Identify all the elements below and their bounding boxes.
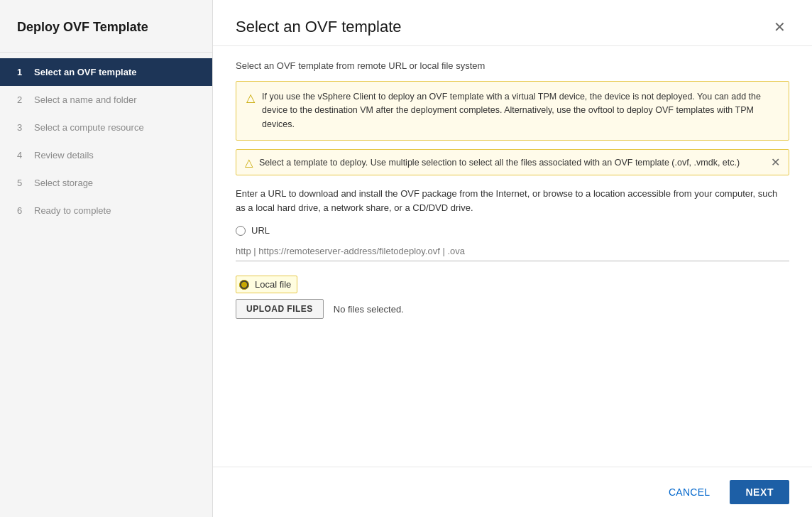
step-num: 5 bbox=[17, 178, 28, 188]
step-num: 1 bbox=[17, 67, 28, 77]
upload-files-button[interactable]: UPLOAD FILES bbox=[236, 299, 324, 319]
main-title: Select an OVF template bbox=[236, 18, 402, 36]
step-num: 2 bbox=[17, 94, 28, 105]
main-header: Select an OVF template ✕ bbox=[213, 0, 812, 46]
info-banner-text: Select a template to deploy. Use multipl… bbox=[259, 158, 765, 168]
cancel-button[interactable]: CANCEL bbox=[657, 481, 721, 504]
warning-icon: △ bbox=[246, 91, 255, 104]
url-radio-row: URL bbox=[236, 225, 789, 236]
sidebar-step-4[interactable]: 4Review details bbox=[0, 141, 212, 169]
deploy-ovf-dialog: Deploy OVF Template 1Select an OVF templ… bbox=[0, 0, 812, 517]
sidebar-step-1: 1Select an OVF template bbox=[0, 58, 212, 86]
main-footer: CANCEL NEXT bbox=[213, 467, 812, 517]
close-button[interactable]: ✕ bbox=[769, 17, 789, 37]
sidebar-title: Deploy OVF Template bbox=[0, 0, 212, 53]
no-files-text: No files selected. bbox=[334, 304, 404, 315]
upload-row: UPLOAD FILES No files selected. bbox=[236, 299, 789, 319]
step-num: 4 bbox=[17, 150, 28, 160]
step-num: 6 bbox=[17, 205, 28, 216]
main-body: Select an OVF template from remote URL o… bbox=[213, 46, 812, 467]
url-input[interactable] bbox=[236, 241, 789, 261]
warning-text: If you use the vSphere Client to deploy … bbox=[262, 90, 779, 131]
url-radio[interactable] bbox=[236, 226, 246, 236]
warning-box: △ If you use the vSphere Client to deplo… bbox=[236, 81, 789, 141]
description-text: Enter a URL to download and install the … bbox=[236, 187, 789, 215]
info-banner-close-button[interactable]: ✕ bbox=[771, 156, 780, 169]
step-label: Ready to complete bbox=[34, 205, 111, 216]
sidebar: Deploy OVF Template 1Select an OVF templ… bbox=[0, 0, 213, 517]
info-banner-icon: △ bbox=[245, 156, 253, 169]
step-label: Select storage bbox=[34, 178, 93, 188]
step-label: Select an OVF template bbox=[34, 67, 137, 77]
step-label: Select a name and folder bbox=[34, 94, 137, 105]
sidebar-steps: 1Select an OVF template2Select a name an… bbox=[0, 53, 212, 230]
subtitle: Select an OVF template from remote URL o… bbox=[236, 60, 789, 71]
step-label: Select a compute resource bbox=[34, 122, 144, 133]
next-button[interactable]: NEXT bbox=[730, 480, 789, 504]
local-file-highlight: Local file bbox=[236, 276, 297, 293]
info-banner: △ Select a template to deploy. Use multi… bbox=[236, 149, 789, 175]
url-radio-label[interactable]: URL bbox=[251, 225, 270, 236]
local-file-row: Local file bbox=[236, 276, 789, 293]
sidebar-step-5[interactable]: 5Select storage bbox=[0, 169, 212, 197]
sidebar-step-3[interactable]: 3Select a compute resource bbox=[0, 114, 212, 141]
main-panel: Select an OVF template ✕ Select an OVF t… bbox=[213, 0, 812, 517]
sidebar-step-2[interactable]: 2Select a name and folder bbox=[0, 86, 212, 114]
local-file-radio[interactable] bbox=[239, 280, 249, 290]
local-file-label[interactable]: Local file bbox=[255, 279, 291, 290]
step-label: Review details bbox=[34, 150, 94, 160]
sidebar-step-6[interactable]: 6Ready to complete bbox=[0, 197, 212, 224]
step-num: 3 bbox=[17, 122, 28, 133]
